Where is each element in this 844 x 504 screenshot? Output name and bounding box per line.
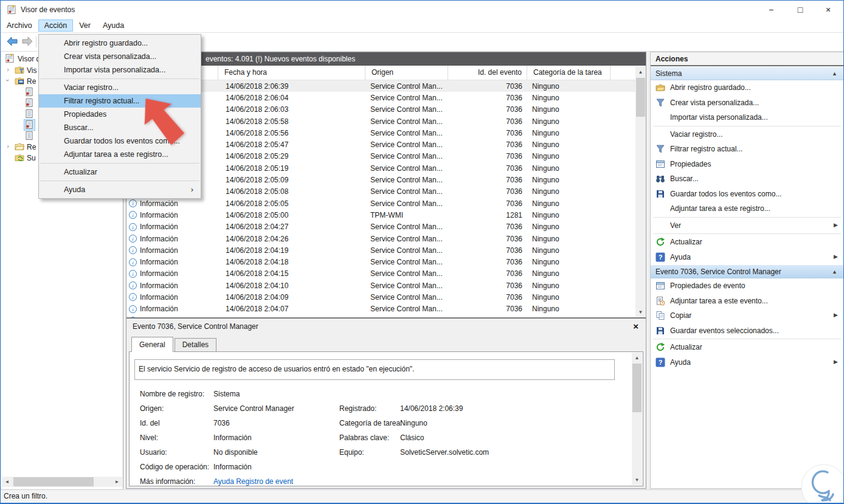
event-row[interactable]: iInformación14/06/2018 2:05:56Service Co… [126,127,635,139]
action-item-adjuntar-tarea-a-este-evento[interactable]: Adjuntar tarea a este evento... [651,294,843,309]
menubar-item-ver[interactable]: Ver [73,19,97,32]
action-item-propiedades[interactable]: Propiedades [651,157,843,172]
menu-item-abrir-registro-guardado[interactable]: Abrir registro guardado... [39,36,201,50]
event-row[interactable]: iInformación14/06/2018 2:04:18Service Co… [126,256,635,268]
action-item-copiar[interactable]: Copiar▶ [651,308,843,323]
menu-item-adjuntar-tarea-a-este-registro[interactable]: Adjuntar tarea a este registro... [39,148,201,161]
chevron-collapsed-icon[interactable]: › [5,66,11,73]
action-item-filtrar-registro-actual[interactable]: Filtrar registro actual... [651,142,843,157]
scroll-down-icon[interactable]: ▼ [632,475,642,485]
column-header-categoria[interactable]: Categoría de la tarea [527,66,611,80]
menu-item-actualizar[interactable]: Actualizar [39,165,201,179]
menu-item-crear-vista-personalizada[interactable]: Crear vista personalizada... [39,50,201,63]
event-category-cell: Ninguno [527,164,611,173]
column-header-origen[interactable]: Origen [365,66,448,80]
action-item-adjuntar-tarea-a-este-registro[interactable]: Adjuntar tarea a este registro... [651,201,843,216]
event-row[interactable]: iInformación14/06/2018 2:04:15Service Co… [126,268,635,280]
action-item-label: Adjuntar tarea a este registro... [670,204,770,213]
action-item-propiedades-de-evento[interactable]: Propiedades de evento [651,278,843,294]
event-date-cell: 14/06/2018 2:05:29 [218,152,365,161]
field-label: Nombre de registro: [140,390,204,398]
scrollbar-thumb[interactable] [636,78,645,117]
preview-close-icon[interactable]: × [633,319,638,334]
menu-item-filtrar-registro-actual[interactable]: Filtrar registro actual... [39,94,201,108]
action-item-abrir-registro-guardado[interactable]: Abrir registro guardado... [651,80,843,95]
scroll-left-icon[interactable]: ◄ [2,477,12,487]
information-icon: i [129,246,137,254]
scroll-up-icon[interactable]: ▲ [632,353,642,363]
action-item-crear-vista-personalizada[interactable]: Crear vista personalizada... [651,95,843,111]
event-row[interactable]: iInformación14/06/2018 2:05:09Service Co… [126,174,635,185]
list-vertical-scrollbar[interactable]: ▲ ▼ [635,67,646,317]
field-label: Equipo: [339,448,364,457]
event-row[interactable]: iInformación14/06/2018 2:05:19Service Co… [126,162,635,174]
menu-item-ayuda[interactable]: Ayuda› [39,183,201,196]
column-header-id-del-evento[interactable]: Id. del evento [448,66,527,80]
information-icon: i [129,211,137,219]
column-header-fecha-y-hora[interactable]: Fecha y hora [218,66,365,80]
event-row[interactable]: iInformación14/06/2018 2:06:03Service Co… [126,104,635,116]
event-field-row: Usuario:No disponibleEquipo:SolveticServ… [130,446,628,460]
action-item-ayuda[interactable]: ?Ayuda▶ [651,250,843,265]
event-row[interactable]: iInformación14/06/2018 2:05:29Service Co… [126,151,635,162]
event-row[interactable]: iInformación14/06/2018 2:05:58Service Co… [126,116,635,127]
scroll-down-icon[interactable]: ▼ [635,307,646,317]
collapse-icon[interactable]: ▲ [832,265,837,279]
event-source-cell: Service Control Man... [365,293,448,302]
action-item-guardar-todos-los-eventos-como[interactable]: Guardar todos los eventos como... [651,187,843,202]
action-item-ayuda[interactable]: ?Ayuda▶ [651,355,843,370]
event-row[interactable]: iInformación14/06/2018 2:05:08Service Co… [126,186,635,198]
preview-vertical-scrollbar[interactable]: ▲ ▼ [632,353,642,485]
event-row[interactable]: iInformación14/06/2018 2:04:19Service Co… [126,244,635,256]
event-row[interactable]: iInformación14/06/2018 2:04:07Service Co… [126,303,635,315]
list-column-headers: Fecha y horaOrigenId. del eventoCategorí… [126,66,635,80]
event-row[interactable]: iInformación14/06/2018 2:04:10Service Co… [126,280,635,291]
action-item-actualizar[interactable]: Actualizar [651,340,843,355]
menubar-item-accin[interactable]: Acción [38,19,74,32]
menubar-item-archivo[interactable]: Archivo [1,19,38,32]
action-item-ver[interactable]: Ver▶ [651,218,843,233]
information-icon: i [129,199,137,207]
chevron-expanded-icon[interactable]: › [5,77,11,84]
sidebar-horizontal-scrollbar[interactable]: ◄ ► [2,477,122,487]
collapse-icon[interactable]: ▲ [832,67,837,81]
menubar-item-ayuda[interactable]: Ayuda [97,19,130,32]
scrollbar-thumb[interactable] [632,364,642,412]
section-title: Evento 7036, Service Control Manager [655,268,781,276]
event-row[interactable]: iInformación14/06/2018 2:05:47Service Co… [126,139,635,150]
chevron-collapsed-icon[interactable]: › [5,142,11,150]
event-row[interactable]: iInformación14/06/2018 2:06:04Service Co… [126,92,635,103]
event-row[interactable]: iInformación14/06/2018 2:05:05Service Co… [126,198,635,209]
event-level-cell: iInformación [126,293,218,302]
minimize-button[interactable]: − [757,1,785,19]
event-row[interactable]: iInformación14/06/2018 2:04:26Service Co… [126,233,635,244]
scroll-right-icon[interactable]: ► [112,477,122,487]
back-button[interactable] [5,36,19,48]
event-row[interactable]: iInformación14/06/2018 2:06:39Service Co… [126,80,635,92]
action-item-buscar[interactable]: Buscar... [651,171,843,187]
close-button[interactable]: × [814,1,842,19]
event-level-text: Información [140,281,178,290]
action-item-vaciar-registro[interactable]: Vaciar registro... [651,127,843,142]
tab-general[interactable]: General [131,337,173,352]
event-row[interactable]: iInformación14/06/2018 2:04:09Service Co… [126,291,635,303]
event-source-cell: Service Control Man... [365,82,448,91]
actions-section-header-evento-7036[interactable]: Evento 7036, Service Control Manager▲ [651,264,843,278]
action-item-guardar-eventos-seleccionados[interactable]: Guardar eventos seleccionados... [651,323,843,339]
actions-section-header-sistema[interactable]: Sistema▲ [651,66,843,80]
event-id-cell: 1281 [448,211,527,219]
more-info-link[interactable]: Ayuda Registro de event [213,477,293,486]
scroll-up-icon[interactable]: ▲ [635,67,646,77]
maximize-button[interactable]: □ [786,1,814,19]
scrollbar-thumb[interactable] [13,477,94,486]
forward-button[interactable] [21,36,34,48]
event-row[interactable]: iInformación14/06/2018 2:05:00TPM-WMI128… [126,209,635,221]
action-item-importar-vista-personalizada[interactable]: Importar vista personalizada... [651,110,843,125]
event-row[interactable]: iInformación14/06/2018 2:04:27Service Co… [126,221,635,233]
menu-item-importar-vista-personalizada[interactable]: Importar vista personalizada... [39,63,201,77]
action-item-actualizar[interactable]: Actualizar [651,235,843,250]
menu-bar: ArchivoAcciónVerAyuda [1,19,843,33]
tab-detalles[interactable]: Detalles [175,338,216,352]
submenu-arrow-icon: ▶ [834,222,838,228]
menu-item-vaciar-registro[interactable]: Vaciar registro... [39,81,201,94]
